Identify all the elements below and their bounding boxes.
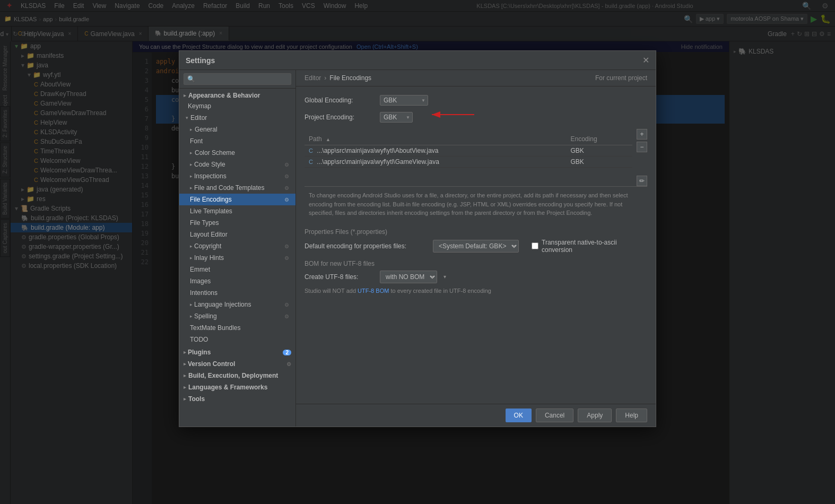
file-table-row: Path ▲ Encoding — [305, 129, 647, 186]
settings-search-input[interactable] — [184, 73, 291, 85]
nav-ih-icon: ⚙ — [284, 255, 289, 261]
nav-general-label: General — [195, 126, 218, 133]
nav-copyright[interactable]: ▸ Copyright ⚙ — [179, 240, 295, 252]
settings-search-area — [179, 70, 295, 89]
table-add-btn[interactable]: + — [637, 129, 647, 140]
project-encoding-select-wrapper: GBK UTF-8 — [380, 112, 413, 123]
file-path-aboutview: C ...\app\src\main\java\wyf\ytl\AboutVie… — [305, 145, 567, 157]
nav-inlay-hints[interactable]: ▸ Inlay Hints ⚙ — [179, 252, 295, 264]
nav-keymap[interactable]: Keymap — [179, 100, 295, 112]
nav-build[interactable]: ▸ Build, Execution, Deployment — [179, 369, 295, 380]
file-icon-aboutview: C — [309, 147, 313, 154]
transparent-label: Transparent native-to-ascii conversion — [542, 239, 647, 254]
utf8-note-text1: Studio will NOT add — [305, 288, 358, 294]
nav-codestyle[interactable]: ▸ Code Style ⚙ — [179, 159, 295, 170]
nav-todo-label: TODO — [190, 336, 208, 343]
breadcrumb-editor: Editor — [305, 74, 321, 82]
nav-intentions-label: Intentions — [190, 289, 218, 297]
nav-file-encodings[interactable]: File Encodings ⚙ — [179, 194, 295, 205]
transparent-checkbox[interactable] — [532, 242, 538, 249]
nav-fe-icon: ⚙ — [284, 197, 289, 203]
nav-appearance-label: Appearance & Behavior — [188, 92, 260, 99]
nav-languages-label: Languages & Frameworks — [188, 384, 267, 391]
nav-file-code-templates[interactable]: ▸ File and Code Templates ⚙ — [179, 182, 295, 194]
path-sort-icon[interactable]: ▲ — [326, 137, 330, 142]
nav-vcs[interactable]: ▸ Version Control ⚙ — [179, 357, 295, 369]
nav-lang-arrow: ▸ — [184, 385, 186, 390]
apply-button[interactable]: Apply — [578, 409, 612, 422]
nav-languages[interactable]: ▸ Languages & Frameworks — [179, 380, 295, 392]
utf8-select[interactable]: with NO BOM with BOM — [380, 271, 437, 283]
nav-file-types[interactable]: File Types — [179, 217, 295, 229]
nav-gen-arrow: ▸ — [190, 127, 193, 132]
nav-colorscheme-label: Color Scheme — [195, 149, 235, 157]
utf8-bom-link[interactable]: UTF-8 BOM — [358, 288, 389, 294]
nav-inlay-hints-label: Inlay Hints — [194, 254, 224, 262]
dialog-title-bar: Settings ✕ — [179, 51, 656, 70]
nav-inspections-arrow: ▸ — [190, 173, 193, 179]
nav-vcs-label: Version Control — [188, 360, 235, 368]
nav-general[interactable]: ▸ General — [179, 124, 295, 135]
nav-inspections[interactable]: ▸ Inspections ⚙ — [179, 170, 295, 182]
default-encoding-label: Default encoding for properties files: — [305, 242, 427, 250]
nav-live-templates[interactable]: Live Templates — [179, 205, 295, 217]
nav-lang-injections-label: Language Injections — [194, 301, 251, 308]
path-col-header: Path ▲ — [305, 133, 567, 145]
nav-inspections-icon: ⚙ — [284, 173, 289, 179]
dialog-footer: OK Cancel Apply Help — [296, 404, 656, 427]
nav-colorscheme[interactable]: ▸ Color Scheme — [179, 147, 295, 159]
ok-button[interactable]: OK — [506, 409, 532, 422]
nav-fct-label: File and Code Templates — [194, 184, 265, 192]
project-encoding-select[interactable]: GBK UTF-8 — [380, 112, 413, 123]
help-button[interactable]: Help — [616, 409, 647, 422]
nav-plugins[interactable]: ▸ Plugins 2 — [179, 345, 295, 357]
nav-images[interactable]: Images — [179, 275, 295, 287]
nav-appearance-arrow: ▸ — [184, 93, 186, 98]
nav-tools[interactable]: ▸ Tools — [179, 392, 295, 404]
nav-copyright-label: Copyright — [194, 242, 221, 250]
transparent-checkbox-row: Transparent native-to-ascii conversion — [532, 239, 647, 254]
nav-spell-arrow: ▸ — [190, 314, 193, 319]
nav-textmate[interactable]: TextMate Bundles — [179, 322, 295, 334]
nav-font[interactable]: Font — [179, 135, 295, 147]
nav-editor-label: Editor — [190, 114, 207, 121]
nav-fct-icon: ⚙ — [284, 185, 289, 191]
cancel-button[interactable]: Cancel — [536, 409, 573, 422]
nav-editor[interactable]: ▾ Editor — [179, 112, 295, 124]
nav-layout-editor[interactable]: Layout Editor — [179, 229, 295, 240]
file-row-gameview[interactable]: C ...\app\src\main\java\wyf\ytl\GameView… — [305, 157, 632, 168]
settings-dialog: Settings ✕ ▸ Appearance & Behavior Keyma… — [179, 50, 656, 427]
nav-le-label: Layout Editor — [190, 231, 228, 238]
nav-intentions[interactable]: Intentions — [179, 287, 295, 299]
nav-li-arrow: ▸ — [190, 302, 193, 307]
nav-editor-arrow: ▾ — [186, 115, 188, 120]
nav-emmet[interactable]: Emmet — [179, 264, 295, 275]
nav-li-icon: ⚙ — [284, 302, 289, 308]
nav-lang-injections[interactable]: ▸ Language Injections ⚙ — [179, 299, 295, 310]
table-edit-btn[interactable]: ✏ — [637, 176, 647, 186]
description-content: To change encoding Android Studio uses f… — [309, 192, 628, 216]
nav-plugins-arrow: ▸ — [184, 350, 186, 355]
dialog-close-btn[interactable]: ✕ — [642, 55, 649, 65]
file-row-aboutview[interactable]: C ...\app\src\main\java\wyf\ytl\AboutVie… — [305, 145, 632, 157]
props-section-label: Properties Files (*.properties) — [305, 228, 647, 236]
nav-codestyle-label: Code Style — [194, 161, 225, 168]
nav-todo[interactable]: TODO — [179, 334, 295, 345]
nav-spelling[interactable]: ▸ Spelling ⚙ — [179, 310, 295, 322]
nav-appearance[interactable]: ▸ Appearance & Behavior — [179, 89, 295, 100]
file-encoding-aboutview: GBK — [567, 145, 632, 157]
file-path-gameview-text: ...\app\src\main\java\wyf\ytl\GameView.j… — [317, 158, 439, 166]
settings-panel: Global Encoding: GBK UTF-8 ISO-8859-1 Pr… — [296, 86, 656, 404]
utf8-note: Studio will NOT add UTF-8 BOM to every c… — [305, 288, 647, 294]
nav-fct-arrow: ▸ — [190, 185, 193, 190]
settings-dialog-overlay: Settings ✕ ▸ Appearance & Behavior Keyma… — [0, 0, 835, 504]
table-remove-btn[interactable]: − — [637, 142, 647, 152]
nav-cs-arrow: ▸ — [190, 150, 193, 155]
default-encoding-row: Default encoding for properties files: <… — [305, 239, 647, 254]
project-encoding-label: Project Encoding: — [305, 114, 373, 121]
default-encoding-select[interactable]: <System Default: GBK> UTF-8 — [433, 240, 519, 253]
nav-tools-label: Tools — [188, 395, 205, 403]
create-utf8-row: Create UTF-8 files: with NO BOM with BOM… — [305, 271, 647, 283]
utf8-dropdown-arrow[interactable]: ▾ — [443, 274, 446, 280]
file-table-wrap: Path ▲ Encoding — [305, 129, 632, 186]
